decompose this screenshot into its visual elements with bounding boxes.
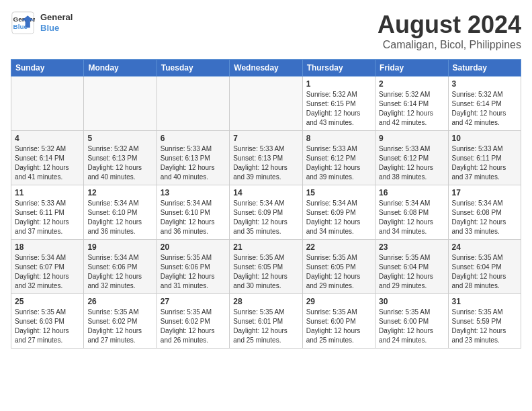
- day-number: 23: [379, 242, 444, 252]
- day-number: 17: [452, 188, 517, 197]
- day-number: 16: [379, 188, 444, 197]
- day-info: Sunrise: 5:34 AM Sunset: 6:08 PM Dayligh…: [379, 199, 444, 236]
- day-info: Sunrise: 5:35 AM Sunset: 6:04 PM Dayligh…: [379, 253, 444, 291]
- day-cell: 8Sunrise: 5:33 AM Sunset: 6:12 PM Daylig…: [302, 131, 375, 185]
- day-number: 8: [306, 134, 371, 143]
- day-info: Sunrise: 5:32 AM Sunset: 6:14 PM Dayligh…: [379, 90, 444, 128]
- week-row-1: 1Sunrise: 5:32 AM Sunset: 6:15 PM Daylig…: [11, 77, 521, 131]
- day-number: 29: [306, 297, 371, 306]
- day-number: 9: [379, 134, 444, 143]
- day-info: Sunrise: 5:34 AM Sunset: 6:10 PM Dayligh…: [87, 199, 152, 236]
- day-info: Sunrise: 5:33 AM Sunset: 6:13 PM Dayligh…: [233, 144, 298, 182]
- day-info: Sunrise: 5:34 AM Sunset: 6:10 PM Dayligh…: [161, 199, 226, 236]
- day-number: 6: [161, 134, 226, 143]
- day-cell: 23Sunrise: 5:35 AM Sunset: 6:04 PM Dayli…: [375, 240, 448, 294]
- day-cell: [230, 77, 302, 131]
- day-number: 20: [161, 242, 226, 252]
- day-cell: 29Sunrise: 5:35 AM Sunset: 6:00 PM Dayli…: [302, 294, 375, 349]
- day-info: Sunrise: 5:35 AM Sunset: 6:05 PM Dayligh…: [233, 253, 298, 291]
- day-cell: 10Sunrise: 5:33 AM Sunset: 6:11 PM Dayli…: [448, 131, 521, 185]
- day-number: 5: [87, 134, 152, 143]
- day-cell: 6Sunrise: 5:33 AM Sunset: 6:13 PM Daylig…: [157, 131, 229, 185]
- logo: General Blue GeneralBlue: [11, 11, 73, 35]
- weekday-header-tuesday: Tuesday: [157, 60, 229, 77]
- day-cell: 26Sunrise: 5:35 AM Sunset: 6:02 PM Dayli…: [84, 294, 157, 349]
- day-info: Sunrise: 5:35 AM Sunset: 6:00 PM Dayligh…: [306, 308, 371, 345]
- week-row-5: 25Sunrise: 5:35 AM Sunset: 6:03 PM Dayli…: [11, 294, 521, 349]
- day-cell: [11, 77, 84, 131]
- day-number: 18: [15, 242, 80, 252]
- weekday-header-row: SundayMondayTuesdayWednesdayThursdayFrid…: [11, 60, 521, 77]
- day-cell: 4Sunrise: 5:32 AM Sunset: 6:14 PM Daylig…: [11, 131, 84, 185]
- day-info: Sunrise: 5:35 AM Sunset: 6:04 PM Dayligh…: [452, 253, 517, 291]
- day-number: 21: [233, 242, 298, 252]
- title-area: August 2024 Camaligan, Bicol, Philippine…: [378, 11, 521, 51]
- day-cell: 12Sunrise: 5:34 AM Sunset: 6:10 PM Dayli…: [84, 185, 157, 240]
- day-cell: 20Sunrise: 5:35 AM Sunset: 6:06 PM Dayli…: [157, 240, 229, 294]
- day-number: 7: [233, 134, 298, 143]
- day-info: Sunrise: 5:34 AM Sunset: 6:09 PM Dayligh…: [233, 199, 298, 236]
- day-number: 27: [161, 297, 226, 306]
- day-cell: 21Sunrise: 5:35 AM Sunset: 6:05 PM Dayli…: [230, 240, 302, 294]
- day-info: Sunrise: 5:32 AM Sunset: 6:15 PM Dayligh…: [306, 90, 371, 128]
- day-number: 11: [15, 188, 80, 197]
- location: Camaligan, Bicol, Philippines: [378, 39, 521, 51]
- day-number: 10: [452, 134, 517, 143]
- day-info: Sunrise: 5:35 AM Sunset: 6:01 PM Dayligh…: [233, 308, 298, 345]
- day-info: Sunrise: 5:33 AM Sunset: 6:11 PM Dayligh…: [452, 144, 517, 182]
- day-cell: 17Sunrise: 5:34 AM Sunset: 6:08 PM Dayli…: [448, 185, 521, 240]
- day-number: 3: [452, 79, 517, 89]
- day-number: 25: [15, 297, 80, 306]
- day-cell: [157, 77, 229, 131]
- calendar-table: SundayMondayTuesdayWednesdayThursdayFrid…: [11, 59, 521, 349]
- day-info: Sunrise: 5:33 AM Sunset: 6:12 PM Dayligh…: [306, 144, 371, 182]
- day-cell: 16Sunrise: 5:34 AM Sunset: 6:08 PM Dayli…: [375, 185, 448, 240]
- day-info: Sunrise: 5:33 AM Sunset: 6:13 PM Dayligh…: [161, 144, 226, 182]
- day-cell: 9Sunrise: 5:33 AM Sunset: 6:12 PM Daylig…: [375, 131, 448, 185]
- day-info: Sunrise: 5:33 AM Sunset: 6:12 PM Dayligh…: [379, 144, 444, 182]
- page-header: General Blue GeneralBlue August 2024 Cam…: [11, 11, 521, 51]
- week-row-4: 18Sunrise: 5:34 AM Sunset: 6:07 PM Dayli…: [11, 240, 521, 294]
- day-cell: 25Sunrise: 5:35 AM Sunset: 6:03 PM Dayli…: [11, 294, 84, 349]
- weekday-header-thursday: Thursday: [302, 60, 375, 77]
- day-cell: 14Sunrise: 5:34 AM Sunset: 6:09 PM Dayli…: [230, 185, 302, 240]
- day-info: Sunrise: 5:35 AM Sunset: 6:00 PM Dayligh…: [379, 308, 444, 345]
- day-cell: 30Sunrise: 5:35 AM Sunset: 6:00 PM Dayli…: [375, 294, 448, 349]
- day-info: Sunrise: 5:32 AM Sunset: 6:13 PM Dayligh…: [87, 144, 152, 182]
- day-number: 31: [452, 297, 517, 306]
- day-number: 12: [87, 188, 152, 197]
- day-cell: 11Sunrise: 5:33 AM Sunset: 6:11 PM Dayli…: [11, 185, 84, 240]
- day-info: Sunrise: 5:35 AM Sunset: 6:03 PM Dayligh…: [15, 308, 80, 345]
- logo-text: GeneralBlue: [40, 12, 73, 33]
- day-number: 24: [452, 242, 517, 252]
- day-info: Sunrise: 5:35 AM Sunset: 5:59 PM Dayligh…: [452, 308, 517, 345]
- day-info: Sunrise: 5:34 AM Sunset: 6:06 PM Dayligh…: [87, 253, 152, 291]
- day-number: 2: [379, 79, 444, 89]
- day-cell: 7Sunrise: 5:33 AM Sunset: 6:13 PM Daylig…: [230, 131, 302, 185]
- day-number: 22: [306, 242, 371, 252]
- day-number: 1: [306, 79, 371, 89]
- day-cell: 5Sunrise: 5:32 AM Sunset: 6:13 PM Daylig…: [84, 131, 157, 185]
- weekday-header-wednesday: Wednesday: [230, 60, 302, 77]
- day-cell: 2Sunrise: 5:32 AM Sunset: 6:14 PM Daylig…: [375, 77, 448, 131]
- day-number: 14: [233, 188, 298, 197]
- month-title: August 2024: [378, 11, 521, 39]
- day-cell: 31Sunrise: 5:35 AM Sunset: 5:59 PM Dayli…: [448, 294, 521, 349]
- day-cell: 3Sunrise: 5:32 AM Sunset: 6:14 PM Daylig…: [448, 77, 521, 131]
- day-number: 19: [87, 242, 152, 252]
- day-info: Sunrise: 5:35 AM Sunset: 6:05 PM Dayligh…: [306, 253, 371, 291]
- day-cell: 22Sunrise: 5:35 AM Sunset: 6:05 PM Dayli…: [302, 240, 375, 294]
- day-cell: 1Sunrise: 5:32 AM Sunset: 6:15 PM Daylig…: [302, 77, 375, 131]
- day-info: Sunrise: 5:34 AM Sunset: 6:08 PM Dayligh…: [452, 199, 517, 236]
- week-row-2: 4Sunrise: 5:32 AM Sunset: 6:14 PM Daylig…: [11, 131, 521, 185]
- day-info: Sunrise: 5:34 AM Sunset: 6:09 PM Dayligh…: [306, 199, 371, 236]
- day-cell: 13Sunrise: 5:34 AM Sunset: 6:10 PM Dayli…: [157, 185, 229, 240]
- day-number: 30: [379, 297, 444, 306]
- day-number: 4: [15, 134, 80, 143]
- day-info: Sunrise: 5:34 AM Sunset: 6:07 PM Dayligh…: [15, 253, 80, 291]
- day-info: Sunrise: 5:32 AM Sunset: 6:14 PM Dayligh…: [15, 144, 80, 182]
- day-info: Sunrise: 5:35 AM Sunset: 6:02 PM Dayligh…: [161, 308, 226, 345]
- day-number: 26: [87, 297, 152, 306]
- day-cell: 24Sunrise: 5:35 AM Sunset: 6:04 PM Dayli…: [448, 240, 521, 294]
- day-info: Sunrise: 5:35 AM Sunset: 6:06 PM Dayligh…: [161, 253, 226, 291]
